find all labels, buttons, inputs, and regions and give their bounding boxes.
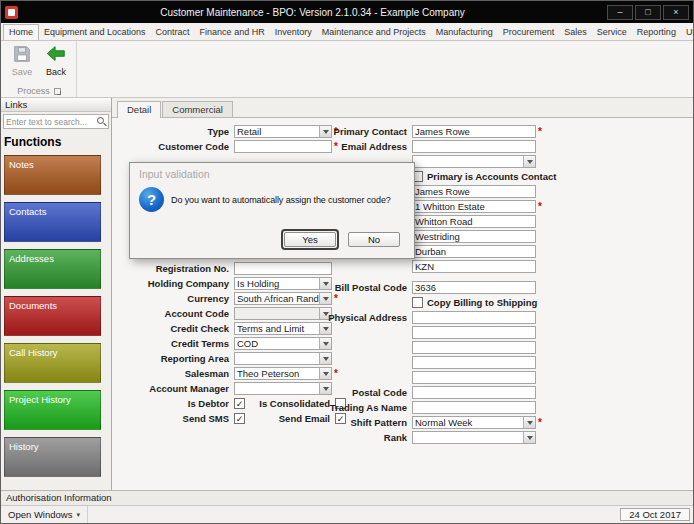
credit-terms-dropdown[interactable]: COD	[234, 337, 332, 350]
field-label: Postal Code	[326, 387, 410, 398]
currency-value: South African Rand	[235, 293, 319, 304]
status-date: 24 Oct 2017	[620, 508, 690, 521]
form-row: Rank	[326, 430, 626, 445]
salesman-dropdown[interactable]: Theo Peterson	[234, 367, 332, 380]
maximize-icon[interactable]: □	[635, 5, 661, 20]
yes-button[interactable]: Yes	[284, 232, 336, 247]
tab-commercial[interactable]: Commercial	[162, 101, 233, 117]
customer-code-field[interactable]	[234, 140, 332, 153]
trading-as-name-field[interactable]	[412, 401, 536, 414]
field-label: Registration No.	[114, 263, 232, 274]
minimize-icon[interactable]: –	[607, 5, 633, 20]
rank-dropdown[interactable]	[412, 431, 536, 444]
billing-address-line-1-field[interactable]: 1 Whitton Estate	[412, 200, 536, 213]
form-row	[326, 355, 626, 370]
form-row: Primary Contact James Rowe *	[326, 124, 626, 139]
chevron-down-icon[interactable]	[523, 417, 535, 428]
authorisation-information-label: Authorisation Information	[6, 492, 112, 503]
credit-check-dropdown[interactable]: Terms and Limit	[234, 322, 332, 335]
form-row: Email Address	[326, 139, 626, 154]
field-label: Reporting Area	[114, 353, 232, 364]
question-icon: ?	[139, 187, 164, 212]
tab-detail[interactable]: Detail	[117, 101, 161, 118]
back-button[interactable]: Back	[40, 42, 72, 85]
sidebar-item-contacts[interactable]: Contacts	[4, 202, 101, 242]
physical-address-line-2-field[interactable]	[412, 326, 536, 339]
chevron-down-icon[interactable]	[523, 156, 535, 167]
billing-address-line-4-field[interactable]: Durban	[412, 245, 536, 258]
email-address-field[interactable]	[412, 140, 536, 153]
holding-company-dropdown[interactable]: Is Holding	[234, 277, 332, 290]
sidebar-item-documents[interactable]: Documents	[4, 296, 101, 336]
chevron-down-icon[interactable]	[523, 432, 535, 443]
search-icon[interactable]	[96, 116, 107, 127]
close-icon[interactable]: ×	[663, 5, 689, 20]
registration-no-field[interactable]	[234, 262, 332, 275]
bill-postal-code-field[interactable]: 3636	[412, 281, 536, 294]
field-label: Holding Company	[114, 278, 232, 289]
ribbon-tab-finance-and-hr[interactable]: Finance and HR	[195, 25, 270, 40]
process-group-label: Process	[17, 86, 50, 96]
ribbon-tab-sales[interactable]: Sales	[559, 25, 592, 40]
physical-address-line-1-field[interactable]	[412, 311, 536, 324]
currency-dropdown[interactable]: South African Rand	[234, 292, 332, 305]
form-row: Trading As Name	[326, 400, 626, 415]
sidebar-item-notes[interactable]: Notes	[4, 155, 101, 195]
form-row: Bill Postal Code 3636	[326, 280, 626, 295]
sidebar-item-project-history[interactable]: Project History	[4, 390, 101, 430]
copy-billing-to-shipping-checkbox[interactable]	[412, 297, 423, 308]
sidebar-item-call-history[interactable]: Call History	[4, 343, 101, 383]
search-input[interactable]	[4, 117, 96, 127]
billing-address-line-2-field[interactable]: Whitton Road	[412, 215, 536, 228]
account-manager-value	[235, 383, 319, 394]
field-label: Credit Terms	[114, 338, 232, 349]
window-title: Customer Maintenance - BPO: Version 2.1.…	[18, 7, 607, 18]
search-box	[3, 114, 109, 129]
ribbon-tab-home[interactable]: Home	[3, 24, 39, 41]
form-row: Postal Code	[326, 385, 626, 400]
billing-address-line-3-field[interactable]: Westriding	[412, 230, 536, 243]
ribbon-tab-service[interactable]: Service	[592, 25, 632, 40]
physical-address-line-5-field[interactable]	[412, 371, 536, 384]
physical-address-line-4-field[interactable]	[412, 356, 536, 369]
billing-address-line-5-field[interactable]: KZN	[412, 260, 536, 273]
sidebar-item-addresses[interactable]: Addresses	[4, 249, 101, 289]
physical-address-line-3-field[interactable]	[412, 341, 536, 354]
ribbon-tab-procurement[interactable]: Procurement	[498, 25, 560, 40]
ribbon-tab-reporting[interactable]: Reporting	[632, 25, 681, 40]
dialog-title: Input validation	[130, 163, 414, 182]
sidebar-item-history[interactable]: History	[4, 437, 101, 477]
reporting-area-dropdown[interactable]	[234, 352, 332, 365]
primary-contact-field[interactable]: James Rowe	[412, 125, 536, 138]
is-debtor-checkbox[interactable]	[234, 398, 245, 409]
chevron-down-icon: ▾	[76, 511, 80, 519]
postal-code-field[interactable]	[412, 386, 536, 399]
functions-header: Functions	[1, 129, 111, 155]
open-windows-button[interactable]: Open Windows ▾	[1, 506, 88, 523]
account-manager-dropdown[interactable]	[234, 382, 332, 395]
type-dropdown[interactable]: Retail	[234, 125, 332, 138]
authorisation-information-bar[interactable]: Authorisation Information	[1, 490, 693, 505]
save-button[interactable]: Save	[6, 42, 38, 85]
field-label: Send Email	[245, 413, 333, 424]
no-button[interactable]: No	[348, 232, 400, 247]
group-dialog-launcher-icon[interactable]	[54, 88, 61, 95]
ribbon-tab-utilities[interactable]: Utilities	[681, 25, 693, 40]
holding-company-value: Is Holding	[235, 278, 319, 289]
process-group-caption: Process	[3, 85, 75, 97]
ribbon-tab-manufacturing[interactable]: Manufacturing	[431, 25, 498, 40]
field-label: Credit Check	[114, 323, 232, 334]
field-label: Primary is Accounts Contact	[427, 171, 557, 182]
ribbon-tab-equipment-and-locations[interactable]: Equipment and Locations	[39, 25, 151, 40]
form-row: Copy Billing to Shipping	[326, 295, 626, 310]
send-sms-checkbox[interactable]	[234, 413, 245, 424]
accounts-contact-field[interactable]: James Rowe	[412, 185, 536, 198]
ribbon-tab-contract[interactable]: Contract	[151, 25, 195, 40]
shift-pattern-dropdown[interactable]: Normal Week	[412, 416, 536, 429]
form-row	[326, 370, 626, 385]
field-label: Is Consolidated	[245, 398, 333, 409]
status-bar: Open Windows ▾ 24 Oct 2017	[1, 505, 693, 523]
unlabeled-dropdown[interactable]	[412, 155, 536, 168]
ribbon-tab-maintenance-and-projects[interactable]: Maintenance and Projects	[317, 25, 431, 40]
ribbon-tab-inventory[interactable]: Inventory	[270, 25, 317, 40]
